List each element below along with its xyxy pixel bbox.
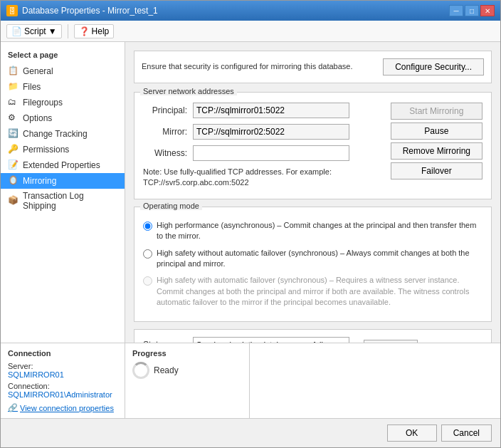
window-title: Database Properties - Mirror_test_1 <box>22 6 158 16</box>
info-text: Ensure that security is configured for m… <box>142 61 376 72</box>
window-icon: 🗄 <box>6 5 18 16</box>
radio-high-safety-auto-failover-input[interactable] <box>143 276 152 286</box>
sidebar-item-filegroups[interactable]: 🗂 Filegroups <box>1 95 125 110</box>
progress-panel: Progress Ready <box>125 343 250 418</box>
view-connection-properties-link[interactable]: 🔗 View connection properties <box>8 403 117 412</box>
transaction-log-icon: 📦 <box>8 195 19 207</box>
principal-row: Principal: <box>143 103 376 118</box>
radio-high-performance: High performance (asynchronous) – Commit… <box>143 220 482 242</box>
sidebar-item-label: Filegroups <box>23 98 63 108</box>
radio-high-safety-no-failover: High safety without automatic failover (… <box>143 248 482 270</box>
operating-mode-title: Operating mode <box>140 202 202 210</box>
change-tracking-icon: 🔄 <box>8 128 19 140</box>
progress-title: Progress <box>132 349 242 358</box>
sidebar: Select a page 📋 General 📁 Files 🗂 Filegr… <box>1 42 125 343</box>
mirror-label: Mirror: <box>143 127 193 137</box>
link-icon: 🔗 <box>8 403 18 412</box>
server-value: SQLMIRROR01 <box>8 370 117 379</box>
status-textarea[interactable]: Synchronized: the databases are fully sy… <box>193 337 349 343</box>
sidebar-item-mirroring[interactable]: 🪞 Mirroring <box>1 173 125 189</box>
sidebar-item-permissions[interactable]: 🔑 Permissions <box>1 142 125 157</box>
progress-content: Ready <box>132 362 242 379</box>
sidebar-item-label: Permissions <box>23 145 69 155</box>
sidebar-item-general[interactable]: 📋 General <box>1 63 125 79</box>
minimize-button[interactable]: ─ <box>449 5 463 16</box>
sidebar-item-label: Options <box>23 113 52 123</box>
radio-high-safety-auto-failover: High safety with automatic failover (syn… <box>143 275 482 308</box>
witness-label: Witness: <box>143 148 193 158</box>
connection-value: SQLMIRROR01\Administrator <box>8 390 117 399</box>
pause-button[interactable]: Pause <box>391 123 482 140</box>
bottom-panels: Connection Server: SQLMIRROR01 Connectio… <box>1 343 500 418</box>
progress-status: Ready <box>154 365 179 375</box>
radio-high-safety-auto-failover-label: High safety with automatic failover (syn… <box>157 275 482 308</box>
title-controls: ─ □ ✕ <box>449 5 495 16</box>
database-properties-window: 🗄 Database Properties - Mirror_test_1 ─ … <box>0 0 501 448</box>
radio-high-performance-label: High performance (asynchronous) – Commit… <box>157 220 482 242</box>
operating-mode-section: Operating mode High performance (asynchr… <box>134 207 492 322</box>
sidebar-item-files[interactable]: 📁 Files <box>1 79 125 95</box>
sidebar-item-extended-properties[interactable]: 📝 Extended Properties <box>1 157 125 173</box>
remove-mirroring-button[interactable]: Remove Mirroring <box>391 142 482 160</box>
connection-panel: Connection Server: SQLMIRROR01 Connectio… <box>1 343 125 418</box>
sidebar-item-label: Files <box>23 82 41 92</box>
witness-input[interactable] <box>193 145 349 161</box>
mirror-input[interactable] <box>193 124 349 140</box>
sidebar-item-label: General <box>23 66 53 76</box>
radio-high-safety-no-failover-label: High safety without automatic failover (… <box>157 248 482 270</box>
principal-input-container <box>193 103 349 118</box>
ok-button[interactable]: OK <box>387 424 437 442</box>
toolbar-separator <box>68 24 68 38</box>
main-content: Select a page 📋 General 📁 Files 🗂 Filegr… <box>1 42 500 343</box>
sidebar-item-label: Transaction Log Shipping <box>23 191 117 211</box>
extended-properties-icon: 📝 <box>8 160 19 171</box>
section-content: Principal: Mirror: <box>143 103 482 192</box>
mirroring-icon: 🪞 <box>8 175 19 187</box>
start-mirroring-button[interactable]: Start Mirroring <box>391 103 482 120</box>
radio-high-performance-input[interactable] <box>143 222 152 231</box>
footer-spacer <box>250 343 500 418</box>
title-bar-left: 🗄 Database Properties - Mirror_test_1 <box>6 5 158 16</box>
options-icon: ⚙ <box>8 113 19 124</box>
operating-mode-options: High performance (asynchronous) – Commit… <box>143 220 482 308</box>
help-icon: ❓ <box>79 26 90 36</box>
mirror-row: Mirror: <box>143 124 376 140</box>
view-link-label: View connection properties <box>20 404 114 412</box>
sidebar-item-options[interactable]: ⚙ Options <box>1 110 125 126</box>
files-icon: 📁 <box>8 81 19 93</box>
sidebar-title: Select a page <box>1 48 125 63</box>
configure-security-button[interactable]: Configure Security... <box>383 58 484 75</box>
permissions-icon: 🔑 <box>8 144 19 155</box>
help-button[interactable]: ❓ Help <box>74 24 115 38</box>
action-buttons: Start Mirroring Pause Remove Mirroring F… <box>391 103 482 192</box>
status-box: Synchronized: the databases are fully sy… <box>193 337 349 343</box>
maximize-button[interactable]: □ <box>465 5 479 16</box>
principal-label: Principal: <box>143 105 193 115</box>
sidebar-item-transaction-log-shipping[interactable]: 📦 Transaction Log Shipping <box>1 189 125 213</box>
sidebar-item-label: Extended Properties <box>23 160 100 170</box>
principal-input[interactable] <box>193 103 349 118</box>
mirror-input-container <box>193 124 349 140</box>
radio-high-safety-no-failover-input[interactable] <box>143 249 152 259</box>
general-icon: 📋 <box>8 66 19 77</box>
toolbar: 📄 Script ▼ ❓ Help <box>1 21 500 42</box>
cancel-button[interactable]: Cancel <box>441 424 492 442</box>
script-icon: 📄 <box>11 26 22 36</box>
connection-title: Connection <box>8 349 117 358</box>
script-label: Script <box>24 26 46 36</box>
script-dropdown-icon: ▼ <box>48 26 57 36</box>
help-label: Help <box>92 26 110 36</box>
sidebar-item-label: Change Tracking <box>23 129 88 139</box>
sidebar-item-change-tracking[interactable]: 🔄 Change Tracking <box>1 126 125 142</box>
refresh-button[interactable]: Refresh <box>364 340 418 343</box>
witness-input-container <box>193 145 349 161</box>
info-box: Ensure that security is configured for m… <box>134 51 492 83</box>
sidebar-item-label: Mirroring <box>23 176 56 186</box>
failover-button[interactable]: Failover <box>391 162 482 179</box>
server-network-addresses-section: Server network addresses Principal: <box>134 92 492 199</box>
section-title: Server network addresses <box>140 87 237 95</box>
close-button[interactable]: ✕ <box>480 5 495 16</box>
title-bar: 🗄 Database Properties - Mirror_test_1 ─ … <box>1 1 500 21</box>
dialog-footer: OK Cancel <box>1 418 500 447</box>
script-button[interactable]: 📄 Script ▼ <box>6 24 62 38</box>
